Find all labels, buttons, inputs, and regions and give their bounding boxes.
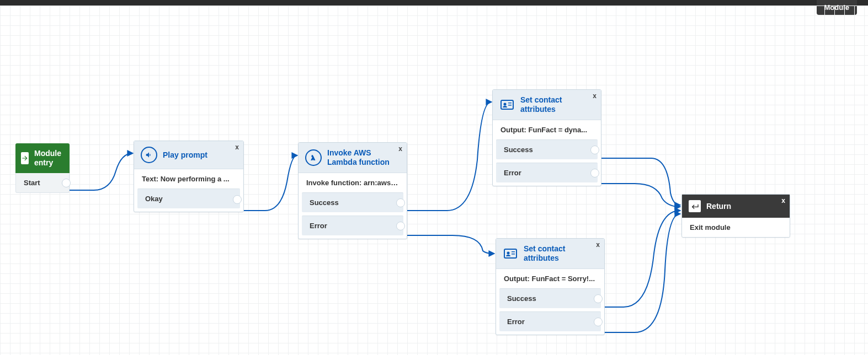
node-title: Module entry: [34, 149, 64, 168]
port-okay[interactable]: Okay: [137, 189, 240, 208]
node-invoke-lambda[interactable]: λ Invoke AWS Lambda function x Invoke fu…: [298, 142, 407, 239]
svg-rect-4: [508, 105, 512, 106]
svg-rect-7: [512, 251, 515, 252]
node-header[interactable]: Module entry: [15, 143, 70, 173]
port-error[interactable]: Error: [302, 216, 403, 235]
node-body: Output: FunFact = dyna...: [493, 120, 601, 139]
close-icon[interactable]: x: [235, 143, 239, 151]
port-error[interactable]: Error: [496, 163, 598, 182]
node-title: Set contact attributes: [524, 244, 590, 263]
port-success[interactable]: Success: [302, 192, 403, 212]
port-success[interactable]: Success: [496, 139, 598, 159]
close-icon[interactable]: x: [596, 241, 600, 249]
flow-canvas[interactable]: Module entry Start Play prompt x Text: N…: [0, 6, 868, 355]
top-bar: Module: [0, 0, 868, 6]
contact-icon: [503, 248, 518, 260]
speaker-icon: [141, 147, 157, 163]
node-body: Exit module: [682, 218, 790, 237]
connectors: [0, 6, 868, 355]
node-body: Invoke function: arn:aws:...: [299, 173, 407, 192]
port-success[interactable]: Success: [499, 288, 601, 308]
node-title: Return: [706, 202, 731, 211]
close-icon[interactable]: x: [781, 197, 785, 205]
svg-text:λ: λ: [312, 155, 315, 160]
node-play-prompt[interactable]: Play prompt x Text: Now performing a ...…: [134, 141, 244, 212]
node-module-entry[interactable]: Module entry Start: [15, 143, 70, 193]
node-header[interactable]: Return x: [682, 195, 790, 218]
svg-rect-3: [508, 103, 512, 104]
port-start[interactable]: Start: [15, 173, 70, 193]
node-header[interactable]: λ Invoke AWS Lambda function x: [299, 143, 407, 173]
node-header[interactable]: Play prompt x: [134, 141, 243, 169]
node-body: Text: Now performing a ...: [134, 169, 243, 189]
close-icon[interactable]: x: [398, 145, 402, 153]
node-set-contact-attributes-2[interactable]: Set contact attributes x Output: FunFact…: [496, 238, 605, 335]
return-icon: [689, 200, 701, 212]
svg-point-6: [507, 251, 510, 254]
node-header[interactable]: Set contact attributes x: [496, 239, 604, 269]
close-icon[interactable]: x: [593, 92, 597, 100]
port-error[interactable]: Error: [499, 311, 601, 331]
node-return[interactable]: Return x Exit module: [681, 194, 790, 238]
arrow-right-icon: [21, 152, 29, 164]
node-title: Invoke AWS Lambda function: [327, 148, 399, 167]
node-title: Set contact attributes: [520, 95, 587, 114]
svg-rect-8: [512, 254, 515, 255]
node-body: Output: FunFact = Sorry!...: [496, 269, 604, 288]
node-set-contact-attributes-1[interactable]: Set contact attributes x Output: FunFact…: [492, 89, 601, 186]
svg-point-2: [504, 103, 507, 105]
node-title: Play prompt: [163, 150, 207, 160]
node-header[interactable]: Set contact attributes x: [493, 90, 601, 120]
contact-icon: [499, 99, 515, 111]
lambda-icon: λ: [305, 149, 322, 166]
